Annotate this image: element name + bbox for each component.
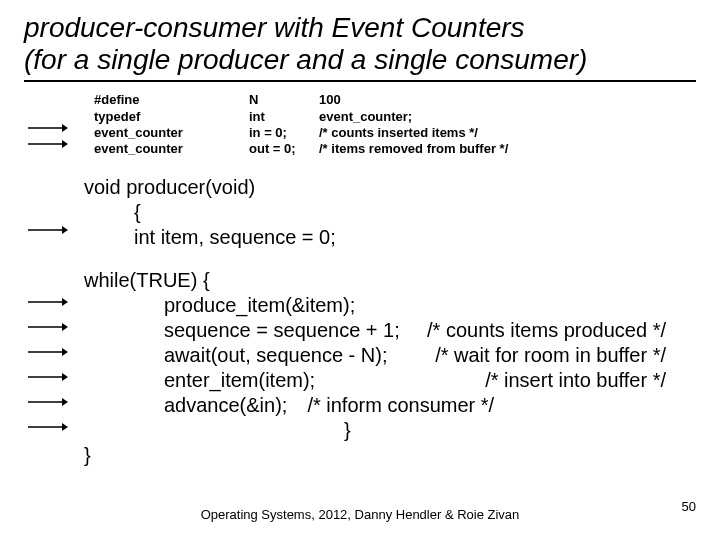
arrow-icon <box>28 225 68 235</box>
arrow-icon <box>28 123 68 133</box>
arrow-icon <box>28 139 68 149</box>
close-brace-outer: } <box>84 443 696 468</box>
open-brace: { <box>134 200 696 225</box>
code-line-5: advance(&in); <box>164 393 287 418</box>
def-c3-0: 100 <box>319 92 696 108</box>
def-c1-3: event_counter <box>94 141 249 157</box>
footer-text: Operating Systems, 2012, Danny Hendler &… <box>0 507 720 522</box>
svg-marker-7 <box>62 298 68 306</box>
comment-4: /* insert into buffer */ <box>485 368 696 393</box>
definitions-block: #define typedef event_counter event_coun… <box>94 92 696 157</box>
def-c1-1: typedef <box>94 109 249 125</box>
decl-line: int item, sequence = 0; <box>134 225 696 250</box>
code-line-1: produce_item(&item); <box>164 293 696 318</box>
comment-3: /* wait for room in buffer */ <box>435 343 696 368</box>
arrow-icon <box>28 347 68 357</box>
comment-2: /* counts items produced */ <box>427 318 696 343</box>
svg-marker-17 <box>62 423 68 431</box>
comment-5: /* inform consumer */ <box>307 393 494 418</box>
def-c1-2: event_counter <box>94 125 249 141</box>
arrow-icon <box>28 322 68 332</box>
while-line: while(TRUE) { <box>84 268 696 293</box>
def-c3-1: event_counter; <box>319 109 696 125</box>
svg-marker-1 <box>62 124 68 132</box>
svg-marker-5 <box>62 226 68 234</box>
page-number: 50 <box>682 499 696 514</box>
svg-marker-3 <box>62 140 68 148</box>
arrow-icon <box>28 372 68 382</box>
close-brace-inner: } <box>344 418 696 443</box>
arrow-icon <box>28 422 68 432</box>
code-block: void producer(void) { int item, sequence… <box>24 175 696 468</box>
def-c2-2: in = 0; <box>249 125 319 141</box>
svg-marker-11 <box>62 348 68 356</box>
code-line-4: enter_item(item); <box>164 368 315 393</box>
slide-title: producer-consumer with Event Counters (f… <box>24 12 696 82</box>
arrow-icon <box>28 297 68 307</box>
fn-signature: void producer(void) <box>84 175 696 200</box>
title-line-1: producer-consumer with Event Counters <box>24 12 525 43</box>
svg-marker-13 <box>62 373 68 381</box>
def-c1-0: #define <box>94 92 249 108</box>
title-line-2: (for a single producer and a single cons… <box>24 44 587 75</box>
def-c3-3: /* items removed from buffer */ <box>319 141 696 157</box>
def-c2-1: int <box>249 109 319 125</box>
def-c2-3: out = 0; <box>249 141 319 157</box>
code-line-3: await(out, sequence - N); <box>164 343 387 368</box>
svg-marker-15 <box>62 398 68 406</box>
def-c3-2: /* counts inserted items */ <box>319 125 696 141</box>
arrow-icon <box>28 397 68 407</box>
code-line-2: sequence = sequence + 1; <box>164 318 400 343</box>
def-c2-0: N <box>249 92 319 108</box>
svg-marker-9 <box>62 323 68 331</box>
